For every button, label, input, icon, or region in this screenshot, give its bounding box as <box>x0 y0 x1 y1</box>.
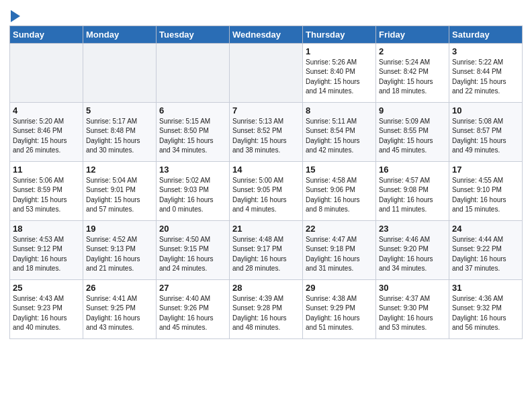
day-number: 24 <box>452 224 519 234</box>
day-detail: Sunrise: 4:47 AM Sunset: 9:18 PM Dayligh… <box>306 235 373 274</box>
calendar-cell: 5Sunrise: 5:17 AM Sunset: 8:48 PM Daylig… <box>83 102 157 161</box>
day-number: 6 <box>159 105 226 116</box>
calendar-table: SundayMondayTuesdayWednesdayThursdayFrid… <box>9 26 523 339</box>
day-number: 1 <box>306 46 373 56</box>
day-number: 14 <box>232 165 300 175</box>
week-row-3: 11Sunrise: 5:06 AM Sunset: 8:59 PM Dayli… <box>10 161 523 220</box>
calendar-cell: 2Sunrise: 5:24 AM Sunset: 8:42 PM Daylig… <box>376 43 449 102</box>
calendar-cell: 15Sunrise: 4:58 AM Sunset: 9:06 PM Dayli… <box>303 161 376 220</box>
day-detail: Sunrise: 4:41 AM Sunset: 9:25 PM Dayligh… <box>86 294 153 333</box>
calendar-cell: 28Sunrise: 4:39 AM Sunset: 9:28 PM Dayli… <box>230 279 303 338</box>
day-detail: Sunrise: 4:52 AM Sunset: 9:13 PM Dayligh… <box>86 235 153 274</box>
calendar-cell: 8Sunrise: 5:11 AM Sunset: 8:54 PM Daylig… <box>303 102 376 161</box>
calendar-cell: 26Sunrise: 4:41 AM Sunset: 9:25 PM Dayli… <box>83 279 157 338</box>
day-number: 22 <box>306 224 373 234</box>
calendar-cell: 20Sunrise: 4:50 AM Sunset: 9:15 PM Dayli… <box>157 220 230 279</box>
day-number: 31 <box>452 283 519 293</box>
day-number: 15 <box>306 165 373 175</box>
calendar-cell: 18Sunrise: 4:53 AM Sunset: 9:12 PM Dayli… <box>10 220 83 279</box>
col-header-thursday: Thursday <box>303 26 376 43</box>
calendar-container: SundayMondayTuesdayWednesdayThursdayFrid… <box>0 0 532 349</box>
day-detail: Sunrise: 5:11 AM Sunset: 8:54 PM Dayligh… <box>306 117 373 156</box>
day-detail: Sunrise: 4:46 AM Sunset: 9:20 PM Dayligh… <box>379 235 446 274</box>
day-number: 3 <box>452 46 519 56</box>
calendar-cell <box>157 43 230 102</box>
week-row-1: 1Sunrise: 5:26 AM Sunset: 8:40 PM Daylig… <box>10 43 523 102</box>
calendar-cell: 9Sunrise: 5:09 AM Sunset: 8:55 PM Daylig… <box>376 102 449 161</box>
day-detail: Sunrise: 5:06 AM Sunset: 8:59 PM Dayligh… <box>13 176 80 215</box>
day-number: 17 <box>452 165 519 175</box>
calendar-cell: 12Sunrise: 5:04 AM Sunset: 9:01 PM Dayli… <box>83 161 157 220</box>
day-number: 23 <box>379 224 446 234</box>
day-number: 21 <box>232 224 300 234</box>
day-detail: Sunrise: 5:26 AM Sunset: 8:40 PM Dayligh… <box>306 58 373 97</box>
day-number: 13 <box>159 165 226 175</box>
day-number: 12 <box>86 165 153 175</box>
day-number: 26 <box>86 283 153 293</box>
calendar-cell <box>230 43 303 102</box>
day-detail: Sunrise: 5:08 AM Sunset: 8:57 PM Dayligh… <box>452 117 519 156</box>
day-detail: Sunrise: 4:44 AM Sunset: 9:22 PM Dayligh… <box>452 235 519 274</box>
header <box>9 7 523 23</box>
day-number: 4 <box>13 105 80 116</box>
day-detail: Sunrise: 4:50 AM Sunset: 9:15 PM Dayligh… <box>159 235 226 274</box>
day-detail: Sunrise: 4:36 AM Sunset: 9:32 PM Dayligh… <box>452 294 519 333</box>
day-number: 28 <box>232 283 300 293</box>
col-header-saturday: Saturday <box>449 26 523 43</box>
calendar-cell: 23Sunrise: 4:46 AM Sunset: 9:20 PM Dayli… <box>376 220 449 279</box>
day-number: 7 <box>232 105 300 116</box>
day-number: 16 <box>379 165 446 175</box>
col-header-friday: Friday <box>376 26 449 43</box>
day-detail: Sunrise: 5:17 AM Sunset: 8:48 PM Dayligh… <box>86 117 153 156</box>
day-detail: Sunrise: 4:37 AM Sunset: 9:30 PM Dayligh… <box>379 294 446 333</box>
calendar-cell: 17Sunrise: 4:55 AM Sunset: 9:10 PM Dayli… <box>449 161 523 220</box>
day-number: 27 <box>159 283 226 293</box>
calendar-cell: 13Sunrise: 5:02 AM Sunset: 9:03 PM Dayli… <box>157 161 230 220</box>
week-row-2: 4Sunrise: 5:20 AM Sunset: 8:46 PM Daylig… <box>10 102 523 161</box>
week-row-4: 18Sunrise: 4:53 AM Sunset: 9:12 PM Dayli… <box>10 220 523 279</box>
col-header-tuesday: Tuesday <box>157 26 230 43</box>
day-detail: Sunrise: 4:48 AM Sunset: 9:17 PM Dayligh… <box>232 235 300 274</box>
day-detail: Sunrise: 5:20 AM Sunset: 8:46 PM Dayligh… <box>13 117 80 156</box>
day-detail: Sunrise: 5:04 AM Sunset: 9:01 PM Dayligh… <box>86 176 153 215</box>
day-number: 5 <box>86 105 153 116</box>
calendar-cell: 21Sunrise: 4:48 AM Sunset: 9:17 PM Dayli… <box>230 220 303 279</box>
day-number: 10 <box>452 105 519 116</box>
day-detail: Sunrise: 5:15 AM Sunset: 8:50 PM Dayligh… <box>159 117 226 156</box>
day-number: 18 <box>13 224 80 234</box>
day-detail: Sunrise: 4:58 AM Sunset: 9:06 PM Dayligh… <box>306 176 373 215</box>
day-detail: Sunrise: 5:24 AM Sunset: 8:42 PM Dayligh… <box>379 58 446 97</box>
calendar-cell: 25Sunrise: 4:43 AM Sunset: 9:23 PM Dayli… <box>10 279 83 338</box>
day-number: 30 <box>379 283 446 293</box>
calendar-cell: 31Sunrise: 4:36 AM Sunset: 9:32 PM Dayli… <box>449 279 523 338</box>
logo <box>9 7 20 23</box>
calendar-cell: 10Sunrise: 5:08 AM Sunset: 8:57 PM Dayli… <box>449 102 523 161</box>
day-number: 11 <box>13 165 80 175</box>
day-number: 9 <box>379 105 446 116</box>
day-detail: Sunrise: 4:38 AM Sunset: 9:29 PM Dayligh… <box>306 294 373 333</box>
week-row-5: 25Sunrise: 4:43 AM Sunset: 9:23 PM Dayli… <box>10 279 523 338</box>
day-detail: Sunrise: 5:09 AM Sunset: 8:55 PM Dayligh… <box>379 117 446 156</box>
calendar-cell: 7Sunrise: 5:13 AM Sunset: 8:52 PM Daylig… <box>230 102 303 161</box>
day-number: 29 <box>306 283 373 293</box>
day-number: 19 <box>86 224 153 234</box>
day-number: 2 <box>379 46 446 56</box>
calendar-cell: 19Sunrise: 4:52 AM Sunset: 9:13 PM Dayli… <box>83 220 157 279</box>
col-header-wednesday: Wednesday <box>230 26 303 43</box>
day-number: 25 <box>13 283 80 293</box>
day-detail: Sunrise: 5:00 AM Sunset: 9:05 PM Dayligh… <box>232 176 300 215</box>
logo-arrow-icon <box>11 10 20 22</box>
calendar-cell: 3Sunrise: 5:22 AM Sunset: 8:44 PM Daylig… <box>449 43 523 102</box>
day-detail: Sunrise: 5:02 AM Sunset: 9:03 PM Dayligh… <box>159 176 226 215</box>
day-number: 8 <box>306 105 373 116</box>
day-number: 20 <box>159 224 226 234</box>
calendar-cell: 6Sunrise: 5:15 AM Sunset: 8:50 PM Daylig… <box>157 102 230 161</box>
calendar-cell: 24Sunrise: 4:44 AM Sunset: 9:22 PM Dayli… <box>449 220 523 279</box>
day-detail: Sunrise: 5:13 AM Sunset: 8:52 PM Dayligh… <box>232 117 300 156</box>
calendar-cell: 30Sunrise: 4:37 AM Sunset: 9:30 PM Dayli… <box>376 279 449 338</box>
day-detail: Sunrise: 4:40 AM Sunset: 9:26 PM Dayligh… <box>159 294 226 333</box>
calendar-cell: 11Sunrise: 5:06 AM Sunset: 8:59 PM Dayli… <box>10 161 83 220</box>
calendar-header-row: SundayMondayTuesdayWednesdayThursdayFrid… <box>10 26 523 43</box>
col-header-sunday: Sunday <box>10 26 83 43</box>
calendar-cell: 16Sunrise: 4:57 AM Sunset: 9:08 PM Dayli… <box>376 161 449 220</box>
